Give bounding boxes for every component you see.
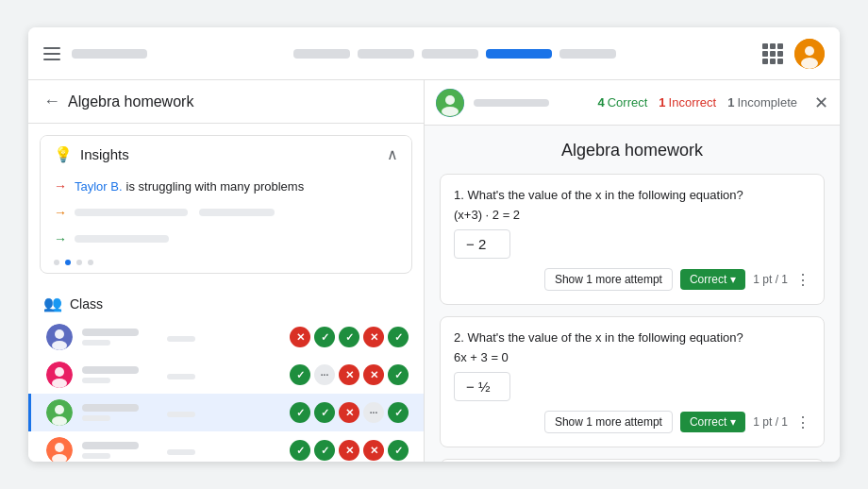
show-attempt-button-0[interactable]: Show 1 more attempt [544,268,673,291]
incorrect-label: Incorrect [669,95,717,110]
nav-tab-5[interactable] [559,49,616,59]
status-icons-2 [205,402,409,423]
insight-row-1: → [41,199,411,226]
answer-box-0: − 2 [454,229,510,259]
user-avatar[interactable] [794,39,825,69]
status-1-4 [388,364,409,385]
correct-chevron-0: ▾ [730,273,736,286]
status-icons-3 [205,440,409,461]
nav-tab-3[interactable] [422,49,478,59]
class-icon: 👥 [43,295,62,312]
status-3-0 [290,440,310,461]
status-0-0 [290,327,310,347]
question-text-0: 1. What's the value of the x in the foll… [454,188,810,202]
student-grade-0 [167,336,195,342]
student-info-1 [82,366,158,383]
incorrect-count: 1 [659,95,665,110]
insight-text-0: Taylor B. is struggling with many proble… [75,179,304,194]
status-0-3 [363,327,384,347]
score-incorrect-badge: 1 Incorrect [659,95,716,110]
status-2-1 [314,402,335,423]
status-0-1 [314,327,335,347]
status-3-2 [339,440,359,461]
student-score-bar-3 [82,453,110,459]
right-panel: 4 Correct 1 Incorrect 1 Incomplete ✕ A [425,80,840,462]
nav-tab-2[interactable] [358,49,414,59]
nav-tab-4[interactable] [486,49,552,59]
class-header: 👥 Class [28,285,424,318]
student-info-2 [82,404,158,421]
student-detail-name [474,99,549,107]
student-score-bar-0 [82,340,110,346]
status-2-2 [339,402,359,423]
footer-dot-4[interactable] [88,260,93,265]
nav-tab-1[interactable] [293,49,350,59]
footer-dot-2[interactable] [65,260,71,265]
question-footer-1: Show 1 more attempt Correct ▾ 1 pt / 1 ⋮ [454,411,810,433]
class-title: Class [70,296,103,312]
main-content: ← Algebra homework 💡 Insights ∧ → Taylor… [28,80,840,462]
correct-label: Correct [608,95,648,110]
student-info-3 [82,442,158,459]
left-panel: ← Algebra homework 💡 Insights ∧ → Taylor… [28,80,425,462]
insights-header: 💡 Insights ∧ [41,136,411,173]
svg-point-5 [52,341,67,350]
assignment-header: ← Algebra homework [28,80,424,124]
student-score-bar-1 [82,378,110,383]
bulb-icon: 💡 [54,145,73,163]
correct-button-0[interactable]: Correct ▾ [680,269,745,290]
footer-dot-3[interactable] [76,260,82,265]
svg-point-16 [445,95,455,105]
svg-point-13 [55,443,64,452]
svg-point-1 [805,46,814,56]
status-3-1 [314,440,335,461]
insights-footer [41,252,411,273]
student-name-bar-0 [82,329,139,336]
correct-chevron-1: ▾ [730,415,736,429]
more-options-button-0[interactable]: ⋮ [795,271,810,289]
student-row-1[interactable] [28,356,424,394]
status-3-3 [363,440,384,461]
more-options-button-1[interactable]: ⋮ [795,413,810,431]
back-button[interactable]: ← [43,92,60,111]
insight-description-0: is struggling with many problems [126,179,305,194]
top-nav [28,27,840,80]
student-row-0[interactable] [28,318,424,356]
student-row-3[interactable] [28,431,424,462]
correct-label-1: Correct [690,415,726,429]
question-text-1: 2. What's the value of the x in the foll… [454,330,810,345]
score-badges: 4 Correct 1 Incorrect 1 Incomplete [598,95,798,110]
svg-point-17 [442,107,459,116]
status-3-4 [388,440,409,461]
status-1-3 [363,364,384,385]
insights-section: 💡 Insights ∧ → Taylor B. is struggling w… [40,135,412,274]
student-name-bar-1 [82,366,139,374]
status-2-4 [388,402,409,423]
hamburger-icon[interactable] [43,47,60,60]
points-1: 1 pt / 1 [753,415,788,429]
insight-arrow-orange: → [54,205,67,220]
footer-dot-1[interactable] [54,260,59,265]
class-section: 👥 Class [28,285,424,462]
student-detail-header: 4 Correct 1 Incorrect 1 Incomplete ✕ [425,80,840,126]
insights-collapse-button[interactable]: ∧ [387,145,398,163]
score-correct-badge: 4 Correct [598,95,648,110]
close-button[interactable]: ✕ [814,93,828,113]
incomplete-label: Incomplete [737,95,797,110]
status-0-2 [339,327,359,347]
correct-button-1[interactable]: Correct ▾ [680,412,745,432]
insight-row-2: → [41,226,411,252]
insight-student-name[interactable]: Taylor B. [75,179,123,194]
student-avatar-2 [46,399,73,426]
student-name-bar-3 [82,442,139,449]
show-attempt-button-1[interactable]: Show 1 more attempt [544,411,673,433]
svg-point-10 [55,405,64,414]
apps-icon[interactable] [762,43,783,64]
student-grade-1 [167,374,195,379]
assignment-content: Algebra homework 1. What's the value of … [425,126,840,462]
status-icons-0 [205,327,409,347]
student-avatar-0 [46,324,73,350]
assignment-title: Algebra homework [68,93,193,110]
student-row-2[interactable] [28,394,424,431]
student-grade-2 [167,412,195,417]
